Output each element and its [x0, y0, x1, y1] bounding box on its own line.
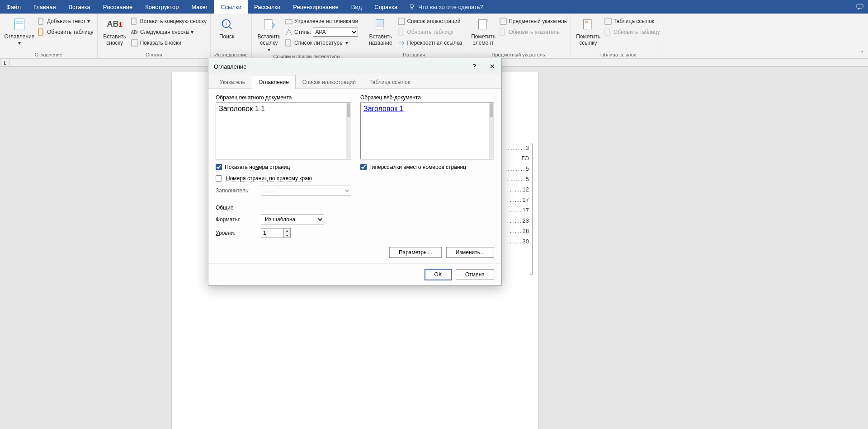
- dialog-titlebar[interactable]: Оглавление ? ✕: [208, 58, 501, 75]
- group-index-label: Предметный указатель: [470, 51, 567, 57]
- manage-sources-button[interactable]: Управление источниками: [285, 16, 358, 26]
- menu-review[interactable]: Рецензирование: [287, 0, 344, 14]
- style-select[interactable]: APA: [313, 28, 358, 37]
- next-footnote-label: Следующая сноска: [140, 29, 189, 35]
- collapse-ribbon-button[interactable]: ⌃: [860, 50, 864, 56]
- insert-endnote-button[interactable]: Вставить концевую сноску: [131, 16, 207, 26]
- menu-help[interactable]: Справка: [368, 0, 404, 14]
- update-captions-button: Обновить таблицу: [398, 27, 462, 37]
- levels-input[interactable]: [261, 228, 283, 238]
- levels-down[interactable]: ▼: [284, 233, 290, 238]
- menu-insert[interactable]: Вставка: [62, 0, 96, 14]
- citation-label: Вставить ссылку: [255, 33, 283, 47]
- web-preview-label: Образец веб-документа: [360, 94, 494, 101]
- svg-rect-22: [398, 29, 403, 35]
- right-align-checkbox[interactable]: [216, 175, 222, 182]
- menu-file[interactable]: Файл: [0, 0, 27, 14]
- svg-text:+: +: [486, 18, 489, 23]
- hyperlinks-checkbox[interactable]: [360, 164, 367, 170]
- bibliography-button[interactable]: Список литературы ▾: [285, 38, 358, 48]
- dialog-help-button[interactable]: ?: [465, 58, 483, 75]
- toc-line: ...... 28: [502, 228, 529, 234]
- toc-line: ...... 12: [502, 186, 529, 193]
- formats-select[interactable]: Из шаблона: [261, 214, 324, 224]
- insert-index-button[interactable]: Предметный указатель: [500, 16, 567, 26]
- ribbon-group-research: i Поиск Исследование: [211, 14, 252, 58]
- menu-references[interactable]: Ссылки: [214, 0, 248, 14]
- general-section-label: Общие: [216, 205, 494, 211]
- mark-entry-label: Пометить элемент: [470, 33, 497, 47]
- tab-authorities[interactable]: Таблица ссылок: [363, 75, 417, 89]
- update-toc-button[interactable]: !Обновить таблицу: [38, 27, 94, 37]
- dialog-close-button[interactable]: ✕: [483, 58, 501, 75]
- ok-button[interactable]: ОК: [425, 269, 451, 280]
- right-align-label[interactable]: Номера страниц по правому краю: [225, 175, 313, 182]
- levels-up[interactable]: ▲: [284, 228, 290, 233]
- ribbon: Оглавление ▾ +Добавить текст ▾ !Обновить…: [0, 14, 868, 59]
- insert-citation-button[interactable]: Вставить ссылку▾: [255, 15, 283, 53]
- levels-spinner[interactable]: ▲▼: [261, 228, 291, 238]
- search-button[interactable]: i Поиск: [214, 15, 239, 40]
- svg-text:+: +: [42, 18, 44, 21]
- cross-reference-button[interactable]: Перекрестная ссылка: [398, 38, 462, 48]
- svg-rect-16: [264, 20, 272, 29]
- show-pages-checkbox[interactable]: [216, 164, 222, 170]
- print-preview-text: Заголовок 1 1: [219, 105, 265, 112]
- comment-icon[interactable]: [856, 3, 863, 10]
- update-index-label: Обновить указатель: [509, 29, 560, 35]
- modify-button[interactable]: Изменить...: [446, 247, 494, 258]
- menu-layout[interactable]: Макет: [185, 0, 214, 14]
- group-toc-label: Оглавление: [4, 51, 94, 57]
- citation-style-row: Стиль: APA: [285, 27, 358, 37]
- toc-bracket: [530, 144, 533, 275]
- authorities-label: Таблица ссылок: [613, 18, 654, 24]
- toc-button[interactable]: Оглавление ▾: [4, 15, 35, 47]
- cancel-button[interactable]: Отмена: [456, 269, 494, 280]
- parameters-button[interactable]: Параметры...: [389, 247, 442, 258]
- svg-rect-1: [411, 8, 413, 9]
- menu-home[interactable]: Главная: [27, 0, 62, 14]
- menu-draw[interactable]: Рисование: [97, 0, 139, 14]
- tab-captions[interactable]: Список иллюстраций: [296, 75, 363, 89]
- next-footnote-button[interactable]: AB¹Следующая сноска ▾: [131, 27, 207, 37]
- list-captions-button[interactable]: Список иллюстраций: [398, 16, 462, 26]
- group-research-label: Исследование: [214, 51, 248, 57]
- menu-view[interactable]: Вид: [345, 0, 368, 14]
- insert-footnote-button[interactable]: AB1 Вставить сноску: [101, 15, 128, 47]
- svg-rect-26: [500, 29, 505, 35]
- tell-me[interactable]: Что вы хотите сделать?: [408, 3, 483, 10]
- update-captions-label: Обновить таблицу: [407, 29, 453, 35]
- insert-caption-button[interactable]: Вставить название: [366, 15, 395, 47]
- mark-citation-button[interactable]: Пометить ссылку: [575, 15, 602, 47]
- tab-index[interactable]: Указатель: [213, 75, 252, 89]
- insert-authorities-button[interactable]: Таблица ссылок: [604, 16, 660, 26]
- menu-design[interactable]: Конструктор: [139, 0, 185, 14]
- show-footnotes-button[interactable]: Показать сноски: [131, 38, 207, 48]
- svg-rect-18: [286, 40, 290, 46]
- web-preview-scrollbar[interactable]: [489, 103, 494, 159]
- add-text-button[interactable]: +Добавить текст ▾: [38, 16, 94, 26]
- update-authorities-icon: [604, 28, 612, 36]
- search-label: Поиск: [219, 33, 234, 40]
- group-authorities-label: Таблица ссылок: [575, 51, 660, 57]
- footnote-label: Вставить сноску: [101, 33, 128, 47]
- list-icon: [398, 18, 405, 25]
- show-pages-label[interactable]: Показать номера страниц: [225, 164, 290, 170]
- update-authorities-label: Обновить таблицу: [613, 29, 660, 35]
- manage-icon: [285, 18, 292, 25]
- ribbon-group-authorities: Пометить ссылку Таблица ссылок Обновить …: [571, 14, 664, 58]
- manage-label: Управление источниками: [294, 18, 358, 24]
- svg-rect-28: [585, 21, 588, 23]
- print-preview-scrollbar[interactable]: [346, 103, 351, 159]
- svg-rect-3: [15, 19, 24, 30]
- menu-mailings[interactable]: Рассылки: [248, 0, 287, 14]
- web-preview-link: Заголовок 1: [363, 105, 404, 112]
- toc-line: ...... 17: [502, 207, 529, 214]
- svg-line-14: [229, 27, 231, 29]
- print-preview: Заголовок 1 1: [216, 103, 351, 159]
- biblio-icon: [285, 39, 292, 47]
- ribbon-group-toc: Оглавление ▾ +Добавить текст ▾ !Обновить…: [0, 14, 98, 58]
- tab-toc[interactable]: Оглавление: [252, 75, 296, 89]
- mark-entry-button[interactable]: + Пометить элемент: [470, 15, 497, 47]
- hyperlinks-label[interactable]: Гиперссылки вместо номеров страниц: [369, 164, 466, 170]
